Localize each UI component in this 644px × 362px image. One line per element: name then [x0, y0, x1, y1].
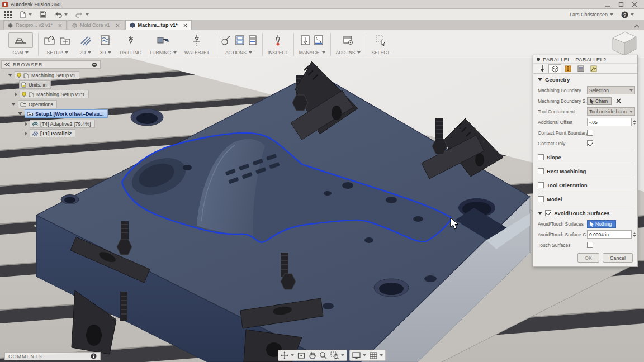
rest-machining-section-header[interactable]: Rest Machining [533, 165, 637, 177]
expand-caret-icon[interactable] [11, 103, 16, 106]
document-tab[interactable]: Mold Core v1 [68, 20, 124, 30]
document-tab[interactable]: Recipro... v2 v1* [3, 20, 67, 30]
tab-geometry[interactable] [548, 64, 561, 73]
geometry-section-header[interactable]: Geometry [533, 74, 637, 85]
drilling-icon[interactable] [125, 35, 136, 46]
window-zoom-button[interactable] [330, 351, 344, 359]
pan-button[interactable] [309, 351, 316, 359]
toolbar-group-inspect[interactable]: INSPECT [264, 31, 292, 58]
contact-only-checkbox[interactable] [587, 140, 593, 146]
undo-button[interactable] [54, 12, 68, 18]
collapse-panel-icon[interactable] [4, 62, 10, 67]
expand-caret-icon[interactable] [25, 131, 27, 136]
dialog-title-bar[interactable]: PARALLEL : PARALLEL2 [533, 55, 637, 64]
tab-close-icon[interactable] [58, 23, 62, 27]
tab-heights[interactable] [561, 64, 574, 73]
waterjet-icon[interactable] [191, 34, 202, 46]
toolbar-group-actions[interactable]: ACTIONS [216, 31, 261, 58]
post-process-icon[interactable] [235, 35, 245, 46]
inspect-icon[interactable] [273, 34, 283, 46]
model-checkbox[interactable] [538, 196, 544, 202]
toolbar-group-2d[interactable]: 2D [75, 31, 96, 58]
chain-selection-button[interactable]: Chain [587, 97, 612, 105]
tab-tool[interactable] [536, 64, 548, 73]
remove-selection-icon[interactable] [616, 98, 621, 103]
new-setup-icon[interactable] [44, 35, 56, 46]
additional-offset-input[interactable] [587, 118, 632, 126]
expand-caret-icon[interactable] [15, 92, 17, 97]
user-menu[interactable]: Lars Christensen [570, 12, 613, 17]
3d-milling-icon[interactable] [100, 35, 112, 46]
tab-passes[interactable] [574, 64, 587, 73]
tab-close-icon[interactable] [183, 23, 187, 27]
expand-caret-icon[interactable] [8, 74, 12, 77]
browser-item-machining-setup-1-1[interactable]: Machining Setup v1:1 [15, 90, 89, 98]
avoid-touch-section-header[interactable]: Avoid/Touch Surfaces [533, 207, 637, 218]
browser-item-setup1[interactable]: Setup1 [Work offset=Defau... [18, 109, 108, 118]
toolbar-group-select[interactable]: SELECT [367, 31, 394, 58]
save-button[interactable] [40, 11, 46, 18]
toolbar-group-drilling[interactable]: DRILLING [116, 31, 145, 58]
setup-library-icon[interactable] [59, 35, 72, 46]
tab-linking[interactable] [587, 64, 600, 73]
avoid-touch-surfaces-checkbox[interactable] [545, 210, 551, 216]
setup-sheet-icon[interactable] [248, 35, 257, 46]
redo-button[interactable] [75, 12, 89, 18]
tool-orientation-checkbox[interactable] [538, 182, 544, 188]
select-icon[interactable] [375, 35, 386, 46]
app-grid-button[interactable] [4, 11, 12, 18]
tool-library-icon[interactable] [300, 35, 310, 46]
restore-button[interactable] [618, 2, 624, 7]
minimize-button[interactable] [605, 2, 610, 7]
grid-snaps-button[interactable] [370, 352, 383, 359]
browser-item-machining-setup[interactable]: Machining Setup v1 [8, 71, 79, 79]
avoid-touch-surfaces-select-button[interactable]: Nothing [587, 220, 616, 228]
tool-orientation-section-header[interactable]: Tool Orientation [533, 179, 637, 190]
browser-item-adaptive2[interactable]: [T4] Adaptive2 [79.4%] [25, 120, 95, 128]
file-menu-button[interactable] [20, 11, 32, 18]
browser-item-operations[interactable]: Operations [11, 100, 57, 108]
rest-machining-checkbox[interactable] [538, 168, 544, 174]
display-settings-button[interactable] [352, 352, 366, 359]
toolbar-group-turning[interactable]: TURNING [145, 31, 181, 58]
comments-expand-icon[interactable] [91, 353, 97, 359]
visibility-bulb-icon[interactable] [22, 92, 26, 97]
spinner-arrows-icon[interactable] [633, 120, 636, 125]
tab-close-icon[interactable] [116, 23, 120, 27]
contact-point-boundary-checkbox[interactable] [587, 130, 593, 136]
tool-containment-select[interactable]: Tool outside bound... [587, 107, 635, 116]
simulate-icon[interactable] [220, 35, 231, 46]
avoid-touch-clearance-input[interactable] [587, 230, 632, 239]
2d-milling-icon[interactable] [79, 35, 92, 46]
browser-item-parallel2[interactable]: [T1] Parallel2 [25, 129, 75, 137]
turning-icon[interactable] [157, 35, 170, 46]
expand-caret-icon[interactable] [18, 112, 22, 115]
comments-bar[interactable]: COMMENTS [4, 352, 101, 360]
machining-boundary-select[interactable]: Selection [587, 86, 635, 94]
zoom-button[interactable] [319, 351, 327, 359]
toolbar-group-cam-workspace[interactable]: CAM [4, 31, 37, 58]
toolbar-group-3d[interactable]: 3D [96, 31, 116, 58]
toolbar-group-manage[interactable]: MANAGE [295, 31, 329, 58]
close-button[interactable] [632, 2, 637, 7]
touch-surfaces-checkbox[interactable] [587, 242, 593, 248]
post-library-icon[interactable] [314, 35, 324, 46]
browser-item-units[interactable]: Units: in [19, 80, 51, 89]
addins-icon[interactable] [343, 35, 354, 46]
slope-section-header[interactable]: Slope [533, 151, 637, 163]
expand-caret-icon[interactable] [25, 122, 27, 126]
document-tab-active[interactable]: Machini...tup v1* [125, 20, 192, 30]
slope-checkbox[interactable] [538, 154, 544, 160]
look-at-button[interactable] [297, 352, 305, 359]
help-menu[interactable]: ? [621, 11, 634, 18]
ok-button[interactable]: OK [577, 253, 599, 263]
cancel-button[interactable]: Cancel [603, 253, 633, 263]
display-filter-icon[interactable] [92, 62, 97, 68]
toolbar-group-addins[interactable]: ADD-INS [332, 31, 365, 58]
toolbar-group-setup[interactable]: SETUP [40, 31, 75, 58]
model-section-header[interactable]: Model [533, 193, 637, 204]
toolbar-group-waterjet[interactable]: WATERJET [181, 31, 214, 58]
visibility-bulb-icon[interactable] [17, 73, 21, 78]
browser-header[interactable]: BROWSER [1, 60, 101, 69]
orbit-button[interactable] [281, 351, 294, 359]
